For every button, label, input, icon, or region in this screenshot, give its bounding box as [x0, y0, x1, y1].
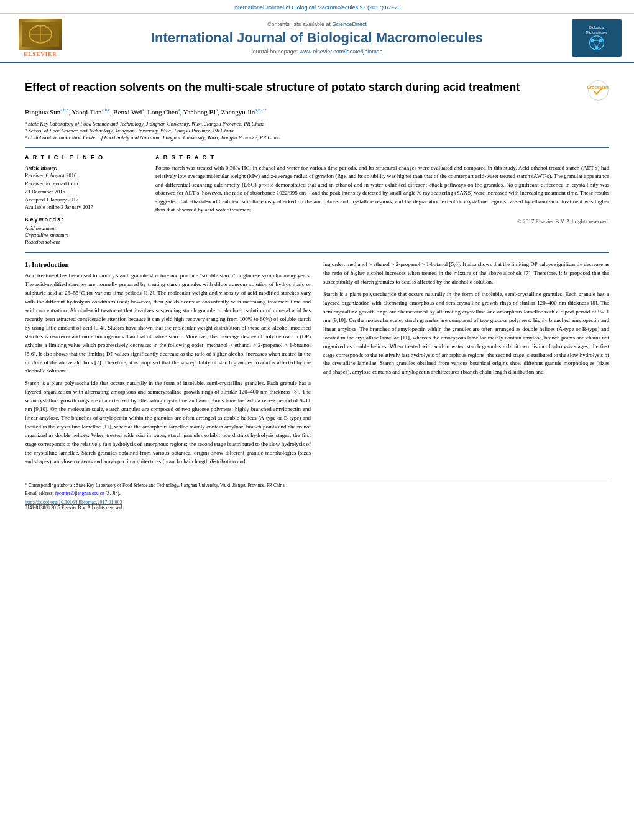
top-citation-bar: International Journal of Biological Macr… — [0, 0, 634, 14]
svg-text:CrossMark: CrossMark — [587, 85, 609, 90]
svg-point-14 — [589, 81, 609, 101]
history-label: Article history: — [25, 164, 143, 172]
doi-link[interactable]: http://dx.doi.org/10.1016/j.ijbiomac.201… — [25, 499, 122, 505]
article-info-col: A R T I C L E I N F O Article history: R… — [25, 154, 143, 246]
header-divider — [25, 147, 609, 148]
keyword-1: Acid treatment — [25, 225, 143, 231]
abstract-col: A B S T R A C T Potato starch was treate… — [155, 154, 609, 246]
footer-section: * Corresponding author at: State Key Lab… — [25, 478, 609, 511]
keyword-3: Reaction solvent — [25, 239, 143, 245]
info-abstract-section: A R T I C L E I N F O Article history: R… — [25, 154, 609, 246]
bio-logo-container: Biological Macromolecules — [566, 19, 622, 57]
footer-bottom: http://dx.doi.org/10.1016/j.ijbiomac.201… — [25, 499, 609, 510]
main-col-left: 1. Introduction Acid treatment has been … — [25, 261, 311, 470]
svg-text:Biological: Biological — [589, 25, 604, 29]
elsevier-logo-container: ELSEVIER — [12, 19, 68, 57]
journal-center-header: Contents lists available at ScienceDirec… — [68, 21, 566, 55]
article-info-title: A R T I C L E I N F O — [25, 154, 143, 160]
elsevier-logo: ELSEVIER — [12, 19, 68, 57]
affiliation-b: bSchool of Food Science and Technology, … — [25, 127, 609, 134]
article-title-section: Effect of reaction solvents on the multi… — [25, 80, 609, 101]
intro-paragraph-1: Acid treatment has been used to modify s… — [25, 272, 311, 376]
abstract-text: Potato starch was treated with 0.36% HCl… — [155, 164, 609, 215]
sciencedirect-link[interactable]: ScienceDirect — [333, 21, 367, 27]
elsevier-logo-image — [19, 19, 62, 50]
article-body: Effect of reaction solvents on the multi… — [0, 63, 634, 517]
received-revised-label: Received in revised form — [25, 180, 143, 188]
received-date: Received 6 August 2016 — [25, 172, 143, 180]
keywords-section: Keywords: Acid treatment Crystalline str… — [25, 216, 143, 245]
section-divider — [25, 252, 609, 253]
email-note: E-mail address: fpcenter@jiangnan.edu.cn… — [25, 490, 609, 497]
abstract-section: A B S T R A C T Potato starch was treate… — [155, 154, 609, 224]
affiliations: aState Key Laboratory of Food Science an… — [25, 121, 609, 141]
abstract-title: A B S T R A C T — [155, 154, 609, 160]
keywords-list: Acid treatment Crystalline structure Rea… — [25, 225, 143, 245]
available-online-date: Available online 3 January 2017 — [25, 203, 143, 211]
keyword-2: Crystalline structure — [25, 232, 143, 238]
right-col-text: ing order: methanol > ethanol > 2-propan… — [323, 261, 609, 287]
received-revised-date: 23 December 2016 — [25, 188, 143, 196]
svg-text:Macromolecules: Macromolecules — [586, 31, 608, 34]
right-col-starch-text: Starch is a plant polysaccharide that oc… — [323, 290, 609, 377]
contents-link: Contents lists available at ScienceDirec… — [68, 21, 566, 27]
email-link[interactable]: fpcenter@jiangnan.edu.cn — [55, 491, 104, 496]
crossmark-badge[interactable]: CrossMark — [587, 80, 609, 101]
main-content: 1. Introduction Acid treatment has been … — [25, 261, 609, 470]
journal-title: International Journal of Biological Macr… — [68, 30, 566, 46]
copyright-notice: © 2017 Elsevier B.V. All rights reserved… — [155, 218, 609, 224]
citation-link[interactable]: International Journal of Biological Macr… — [233, 4, 400, 11]
article-history: Article history: Received 6 August 2016 … — [25, 164, 143, 212]
journal-header: ELSEVIER Contents lists available at Sci… — [0, 14, 634, 63]
introduction-title: 1. Introduction — [25, 261, 311, 268]
intro-paragraph-2-start: Starch is a plant polysaccharide that oc… — [25, 379, 311, 466]
keywords-title: Keywords: — [25, 216, 143, 223]
svg-point-10 — [595, 46, 599, 50]
elsevier-text-label: ELSEVIER — [24, 51, 57, 57]
authors-line: Binghua Suna,b,c, Yaoqi Tiana,b,c, Benxi… — [25, 108, 609, 116]
article-info-section: A R T I C L E I N F O Article history: R… — [25, 154, 143, 212]
accepted-date: Accepted 1 January 2017 — [25, 196, 143, 204]
article-title: Effect of reaction solvents on the multi… — [25, 80, 581, 95]
affiliation-c: cCollaborative Innovation Center of Food… — [25, 134, 609, 141]
main-col-right: ing order: methanol > ethanol > 2-propan… — [323, 261, 609, 470]
corresponding-author-note: * Corresponding author at: State Key Lab… — [25, 482, 609, 489]
journal-homepage: journal homepage: www.elsevier.com/locat… — [68, 48, 566, 55]
bio-macromolecules-logo: Biological Macromolecules — [572, 19, 622, 57]
issn-copyright: 0141-8130/© 2017 Elsevier B.V. All right… — [25, 505, 123, 510]
affiliation-a: aState Key Laboratory of Food Science an… — [25, 121, 609, 127]
homepage-link[interactable]: www.elsevier.com/locate/ijbiomac — [300, 48, 383, 55]
